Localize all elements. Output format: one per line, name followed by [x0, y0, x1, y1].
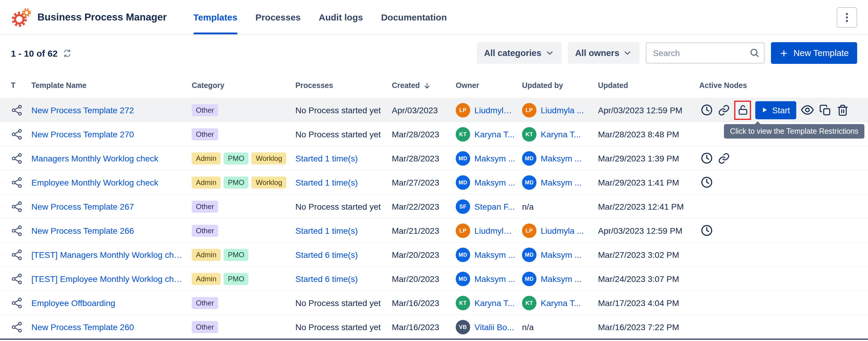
- column-header-processes[interactable]: Processes: [296, 81, 392, 90]
- category-chip: Admin: [192, 248, 221, 261]
- processes-link[interactable]: Started 6 time(s): [296, 274, 358, 283]
- processes-cell: Started 6 time(s): [296, 250, 392, 259]
- refresh-icon[interactable]: [62, 48, 71, 58]
- tab-templates[interactable]: Templates: [193, 0, 237, 34]
- app-header: Business Process Manager Templates Proce…: [0, 0, 868, 35]
- owners-filter-dropdown[interactable]: All owners: [568, 42, 640, 64]
- template-name-link[interactable]: [TEST] Employee Monthly Worklog che...: [31, 274, 192, 283]
- new-template-label: New Template: [794, 48, 849, 58]
- user-link[interactable]: Liudmyla ...: [474, 105, 516, 115]
- user-link[interactable]: Maksym ...: [474, 274, 515, 283]
- tab-audit-logs[interactable]: Audit logs: [319, 0, 363, 34]
- user-cell: MDMaksym ...: [522, 175, 598, 190]
- user-link[interactable]: Maksym ...: [541, 153, 581, 163]
- user-link[interactable]: Maksym ...: [474, 153, 515, 163]
- category-chip: PMO: [224, 248, 249, 261]
- table-row[interactable]: New Process Template 272OtherNo Process …: [0, 98, 868, 122]
- column-header-active-nodes[interactable]: Active Nodes: [699, 81, 857, 90]
- link-icon[interactable]: [717, 102, 731, 118]
- plus-icon: [780, 48, 789, 58]
- table-row[interactable]: New Process Template 267OtherNo Process …: [0, 194, 868, 218]
- template-type-icon: [11, 248, 31, 261]
- user-link[interactable]: Maksym ...: [541, 250, 581, 259]
- template-type-icon: [11, 273, 31, 285]
- tab-processes[interactable]: Processes: [255, 0, 301, 34]
- template-type-icon: [11, 321, 31, 333]
- user-link[interactable]: Liudmyla ...: [541, 105, 584, 115]
- template-name-link[interactable]: New Process Template 267: [31, 202, 192, 211]
- lock-icon-highlighted[interactable]: [734, 100, 751, 120]
- processes-link[interactable]: Started 1 time(s): [296, 226, 358, 235]
- category-chip: Worklog: [252, 152, 287, 164]
- tab-documentation[interactable]: Documentation: [381, 0, 447, 34]
- column-header-updated-by[interactable]: Updated by: [522, 81, 598, 90]
- categories-filter-dropdown[interactable]: All categories: [477, 42, 562, 64]
- table-row[interactable]: New Process Template 266OtherStarted 1 t…: [0, 218, 868, 242]
- template-name-link[interactable]: Employee Offboarding: [31, 298, 192, 308]
- link-icon[interactable]: [717, 150, 731, 166]
- user-link[interactable]: Karyna T...: [474, 129, 515, 139]
- processes-link[interactable]: Started 1 time(s): [296, 177, 358, 187]
- clock-icon[interactable]: [699, 102, 714, 118]
- template-name-link[interactable]: Employee Monthly Worklog check: [31, 177, 192, 187]
- user-link[interactable]: Maksym ...: [541, 177, 581, 187]
- column-header-owner[interactable]: Owner: [456, 81, 522, 90]
- template-name-link[interactable]: New Process Template 266: [31, 226, 192, 235]
- column-header-template-name[interactable]: Template Name: [31, 81, 192, 90]
- search-input[interactable]: [646, 42, 765, 64]
- clock-icon[interactable]: [699, 174, 714, 190]
- active-nodes-cell: [699, 150, 857, 166]
- eye-icon[interactable]: [800, 102, 815, 118]
- table-row[interactable]: Employee Monthly Worklog checkAdminPMOWo…: [0, 170, 868, 194]
- created-date: Mar/20/2023: [392, 274, 456, 283]
- user-link[interactable]: Maksym ...: [474, 250, 515, 259]
- table-row[interactable]: Managers Monthly Worklog checkAdminPMOWo…: [0, 146, 868, 170]
- user-cell: LPLiudmyla ...: [456, 223, 522, 238]
- category-cell: AdminPMOWorklog: [192, 176, 296, 188]
- template-name-link[interactable]: Managers Monthly Worklog check: [31, 153, 192, 163]
- active-nodes-cell: Start: [699, 100, 857, 120]
- copy-icon[interactable]: [818, 102, 832, 118]
- template-name-link[interactable]: [TEST] Managers Monthly Worklog che...: [31, 250, 192, 259]
- clock-icon[interactable]: [699, 223, 714, 238]
- template-name-link[interactable]: New Process Template 260: [31, 322, 192, 332]
- trash-icon[interactable]: [835, 102, 849, 118]
- user-link[interactable]: Liudmyla ...: [541, 226, 584, 235]
- column-header-updated[interactable]: Updated: [598, 81, 699, 90]
- table-row[interactable]: [TEST] Managers Monthly Worklog che...Ad…: [0, 242, 868, 266]
- user-link[interactable]: Karyna T...: [541, 298, 581, 308]
- main-nav: Templates Processes Audit logs Documenta…: [193, 0, 447, 34]
- table-row[interactable]: Employee OffboardingOtherNo Process star…: [0, 291, 868, 314]
- created-date: Mar/27/2023: [392, 177, 456, 187]
- user-link[interactable]: Stepan F...: [474, 202, 515, 211]
- user-link[interactable]: Karyna T...: [541, 129, 581, 139]
- kebab-menu-button[interactable]: [837, 7, 857, 27]
- template-name-link[interactable]: New Process Template 270: [31, 129, 192, 139]
- processes-text: No Process started yet: [296, 105, 381, 115]
- processes-cell: No Process started yet: [296, 202, 392, 211]
- column-header-created[interactable]: Created: [392, 81, 456, 90]
- clock-icon[interactable]: [699, 150, 714, 166]
- user-link[interactable]: Karyna T...: [474, 298, 515, 308]
- processes-link[interactable]: Started 6 time(s): [296, 250, 358, 259]
- active-nodes-cell: [699, 174, 857, 190]
- user-cell: LPLiudmyla ...: [522, 223, 598, 238]
- table-row[interactable]: [TEST] Employee Monthly Worklog che...Ad…: [0, 266, 868, 291]
- category-chip: Admin: [192, 176, 221, 188]
- user-link[interactable]: Maksym ...: [541, 274, 581, 283]
- user-link[interactable]: Liudmyla ...: [474, 226, 516, 235]
- category-cell: AdminPMOWorklog: [192, 152, 296, 164]
- table-row[interactable]: New Process Template 260OtherNo Process …: [0, 314, 868, 339]
- template-name-link[interactable]: New Process Template 272: [31, 105, 192, 115]
- user-cell: MDMaksym ...: [522, 271, 598, 286]
- avatar: LP: [522, 223, 536, 238]
- avatar: LP: [456, 103, 470, 117]
- new-template-button[interactable]: New Template: [771, 42, 857, 64]
- user-link[interactable]: Maksym ...: [474, 177, 515, 187]
- user-link[interactable]: Vitalii Bo...: [474, 322, 514, 332]
- processes-link[interactable]: Started 1 time(s): [296, 153, 358, 163]
- column-header-type[interactable]: T: [11, 81, 31, 90]
- start-button[interactable]: Start: [755, 101, 796, 119]
- column-header-category[interactable]: Category: [192, 81, 296, 90]
- user-cell: KTKaryna T...: [456, 127, 522, 141]
